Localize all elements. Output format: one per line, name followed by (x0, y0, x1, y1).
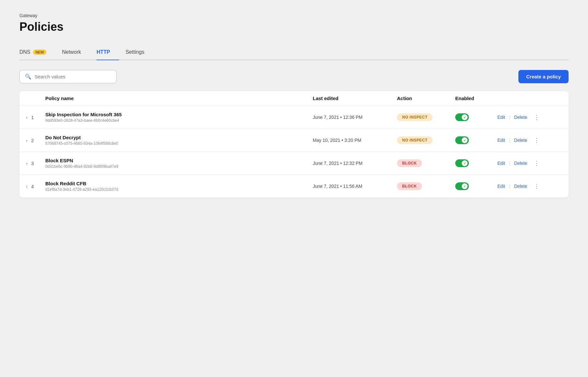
toggle-knob: ✓ (462, 183, 468, 189)
table-row: ›2Do Not Decrypt67068745-c075-4685-934a-… (19, 129, 569, 152)
enabled-toggle[interactable]: ✓ (455, 159, 469, 167)
action-badge-cell: BLOCK (397, 182, 455, 190)
row-number-cell: ›4 (26, 184, 45, 189)
tab-network[interactable]: Network (62, 45, 90, 60)
table-row: ›4Block Reddit CFBd1ef8a7d-3eb1-4728-a29… (19, 175, 569, 198)
action-badge-cell: NO INSPECT (397, 136, 455, 144)
header-expand (26, 96, 45, 101)
delete-button[interactable]: Delete (514, 161, 527, 166)
expand-icon[interactable]: › (26, 161, 27, 166)
row-index: 1 (31, 115, 34, 120)
action-divider: | (509, 161, 510, 166)
row-index: 2 (31, 138, 34, 143)
last-edited: May 10, 2021 • 3:20 PM (313, 138, 397, 143)
enabled-toggle[interactable]: ✓ (455, 182, 469, 190)
action-badge: BLOCK (397, 182, 422, 190)
enabled-toggle[interactable]: ✓ (455, 113, 469, 121)
row-index: 3 (31, 161, 34, 166)
tab-settings[interactable]: Settings (126, 45, 153, 60)
enabled-toggle[interactable]: ✓ (455, 136, 469, 144)
table-header: Policy name Last edited Action Enabled (19, 91, 569, 106)
row-number-cell: ›2 (26, 138, 45, 143)
row-actions: Edit | Delete ⋮ (497, 183, 562, 190)
more-menu-icon[interactable]: ⋮ (534, 160, 539, 167)
table-row: ›1Skip Inspection for Microsoft 3659dd59… (19, 106, 569, 129)
toggle-knob: ✓ (462, 137, 468, 143)
expand-icon[interactable]: › (26, 138, 27, 143)
more-menu-icon[interactable]: ⋮ (534, 114, 539, 121)
row-actions: Edit | Delete ⋮ (497, 114, 562, 121)
policy-id: 9dd593e0-2628-47a3-baee-6b0c4e60cbe4 (45, 118, 313, 123)
toggle-check-icon: ✓ (463, 139, 466, 142)
more-menu-icon[interactable]: ⋮ (534, 137, 539, 144)
table-row: ›3Block ESPN0d31be6c-9b90-48a4-92b8-9d8f… (19, 152, 569, 175)
delete-button[interactable]: Delete (514, 184, 527, 189)
expand-icon[interactable]: › (26, 115, 27, 120)
row-index: 4 (31, 184, 34, 189)
tab-dns[interactable]: DNSNEW (19, 45, 55, 60)
policy-name-cell: Skip Inspection for Microsoft 3659dd593e… (45, 112, 313, 123)
edit-button[interactable]: Edit (497, 115, 505, 120)
toggle-knob: ✓ (462, 160, 468, 166)
last-edited: June 7, 2021 • 12:36 PM (313, 115, 397, 120)
action-badge: NO INSPECT (397, 113, 433, 121)
toggle-check-icon: ✓ (463, 185, 466, 188)
tab-http[interactable]: HTTP (96, 45, 119, 60)
policy-name: Block ESPN (45, 158, 313, 163)
policy-name: Block Reddit CFB (45, 181, 313, 186)
delete-button[interactable]: Delete (514, 138, 527, 143)
row-actions: Edit | Delete ⋮ (497, 160, 562, 167)
policy-name-cell: Do Not Decrypt67068745-c075-4685-934a-10… (45, 135, 313, 146)
create-policy-button[interactable]: Create a policy (518, 70, 569, 83)
edit-button[interactable]: Edit (497, 161, 505, 166)
header-policy-name: Policy name (45, 96, 313, 101)
policy-name-cell: Block ESPN0d31be6c-9b90-48a4-92b8-9d8f09… (45, 158, 313, 169)
toggle-check-icon: ✓ (463, 116, 466, 119)
header-last-edited: Last edited (313, 96, 397, 101)
enabled-toggle-cell: ✓ (455, 136, 497, 144)
header-enabled: Enabled (455, 96, 497, 101)
policy-name: Skip Inspection for Microsoft 365 (45, 112, 313, 117)
policy-table: Policy name Last edited Action Enabled ›… (19, 91, 569, 198)
enabled-toggle-cell: ✓ (455, 182, 497, 190)
policy-id: 0d31be6c-9b90-48a4-92b8-9d8f09ba47e9 (45, 164, 313, 169)
action-badge-cell: NO INSPECT (397, 113, 455, 121)
action-badge: NO INSPECT (397, 136, 433, 144)
search-input[interactable] (35, 74, 111, 79)
tab-badge-dns: NEW (33, 50, 47, 55)
last-edited: June 7, 2021 • 11:56 AM (313, 184, 397, 189)
action-divider: | (509, 115, 510, 120)
action-badge: BLOCK (397, 159, 422, 167)
action-divider: | (509, 184, 510, 189)
search-icon: 🔍 (25, 74, 31, 80)
edit-button[interactable]: Edit (497, 138, 505, 143)
header-actions (497, 96, 562, 101)
action-divider: | (509, 138, 510, 143)
policy-name: Do Not Decrypt (45, 135, 313, 140)
edit-button[interactable]: Edit (497, 184, 505, 189)
page-title: Policies (19, 20, 569, 34)
row-actions: Edit | Delete ⋮ (497, 137, 562, 144)
row-number-cell: ›1 (26, 115, 45, 120)
toggle-knob: ✓ (462, 114, 468, 120)
tabs: DNSNEWNetworkHTTPSettings (19, 45, 569, 60)
policy-id: d1ef8a7d-3eb1-4728-a293-ea120c2cb37d (45, 187, 313, 192)
last-edited: June 7, 2021 • 12:32 PM (313, 161, 397, 166)
policy-name-cell: Block Reddit CFBd1ef8a7d-3eb1-4728-a293-… (45, 181, 313, 192)
breadcrumb: Gateway (19, 13, 569, 18)
enabled-toggle-cell: ✓ (455, 113, 497, 121)
delete-button[interactable]: Delete (514, 115, 527, 120)
header-action: Action (397, 96, 455, 101)
expand-icon[interactable]: › (26, 184, 27, 189)
row-number-cell: ›3 (26, 161, 45, 166)
action-badge-cell: BLOCK (397, 159, 455, 167)
enabled-toggle-cell: ✓ (455, 159, 497, 167)
more-menu-icon[interactable]: ⋮ (534, 183, 539, 190)
policy-id: 67068745-c075-4685-934a-1064f588c8e5 (45, 141, 313, 146)
toggle-check-icon: ✓ (463, 162, 466, 165)
search-box: 🔍 (19, 70, 117, 83)
